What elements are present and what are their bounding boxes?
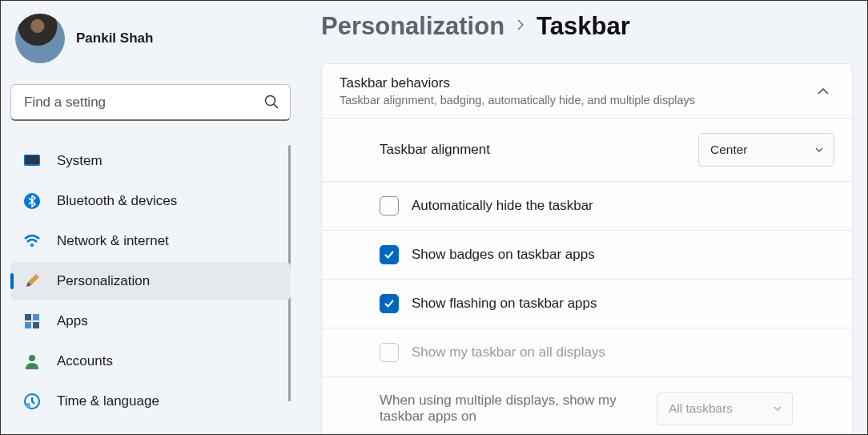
dropdown-value: Center	[710, 143, 748, 157]
card-header[interactable]: Taskbar behaviors Taskbar alignment, bad…	[322, 64, 852, 119]
nav-label: Network & internet	[57, 233, 169, 249]
apps-icon	[23, 312, 41, 330]
card-title: Taskbar behaviors	[340, 75, 695, 91]
search-container	[10, 84, 291, 121]
svg-point-12	[26, 403, 30, 408]
sidebar-item-apps[interactable]: Apps	[10, 302, 291, 340]
row-label: Show badges on taskbar apps	[412, 247, 834, 263]
chevron-up-icon	[812, 80, 834, 103]
nav-label: Apps	[57, 313, 88, 329]
checkbox-checked[interactable]	[380, 294, 399, 313]
row-multi-display: When using multiple displays, show my ta…	[322, 377, 852, 435]
svg-rect-6	[25, 314, 31, 320]
sidebar-item-system[interactable]: System	[10, 142, 291, 180]
checkbox-checked[interactable]	[380, 245, 399, 264]
clock-icon	[23, 393, 41, 410]
wifi-icon	[23, 232, 41, 250]
svg-point-0	[266, 96, 275, 106]
svg-rect-9	[33, 322, 39, 328]
monitor-icon	[23, 152, 41, 170]
sidebar-item-network[interactable]: Network & internet	[10, 222, 291, 260]
search-input[interactable]	[10, 84, 291, 121]
svg-rect-7	[33, 314, 39, 320]
row-autohide[interactable]: Automatically hide the taskbar	[322, 182, 852, 231]
avatar	[15, 14, 65, 63]
nav-label: Bluetooth & devices	[57, 193, 177, 209]
main-content: Personalization Taskbar Taskbar behavior…	[303, 1, 867, 434]
multi-display-dropdown: All taskbars	[657, 392, 793, 425]
alignment-dropdown[interactable]: Center	[698, 133, 834, 167]
user-name: Pankil Shah	[76, 30, 153, 46]
chevron-down-icon	[773, 405, 782, 412]
checkbox-disabled	[380, 343, 399, 362]
paintbrush-icon	[23, 272, 41, 290]
nav-label: Time & language	[57, 393, 159, 409]
row-label: Automatically hide the taskbar	[412, 198, 834, 214]
row-label: Show flashing on taskbar apps	[412, 296, 834, 312]
checkbox-unchecked[interactable]	[380, 196, 399, 215]
check-icon	[384, 250, 395, 260]
card-subtitle: Taskbar alignment, badging, automaticall…	[340, 94, 695, 107]
taskbar-behaviors-card: Taskbar behaviors Taskbar alignment, bad…	[321, 63, 853, 435]
row-badges[interactable]: Show badges on taskbar apps	[322, 231, 852, 280]
search-icon	[263, 94, 279, 113]
row-label: Taskbar alignment	[380, 142, 685, 158]
sidebar-item-personalization[interactable]: Personalization	[10, 262, 291, 300]
svg-point-10	[29, 355, 35, 361]
row-label: Show my taskbar on all displays	[412, 344, 834, 360]
nav-label: System	[57, 153, 102, 169]
breadcrumb: Personalization Taskbar	[321, 12, 853, 41]
breadcrumb-parent[interactable]: Personalization	[321, 12, 504, 41]
nav-list: System Bluetooth & devices Network & int…	[10, 142, 291, 421]
user-profile[interactable]: Pankil Shah	[10, 10, 291, 70]
svg-point-5	[30, 244, 34, 247]
nav-label: Accounts	[57, 353, 113, 369]
sidebar-item-bluetooth[interactable]: Bluetooth & devices	[10, 182, 291, 220]
chevron-right-icon	[516, 18, 525, 36]
sidebar-item-accounts[interactable]: Accounts	[10, 342, 291, 381]
svg-line-1	[274, 104, 278, 108]
check-icon	[384, 299, 395, 308]
row-flashing[interactable]: Show flashing on taskbar apps	[322, 280, 852, 328]
bluetooth-icon	[23, 192, 41, 210]
row-all-displays: Show my taskbar on all displays	[322, 328, 852, 377]
dropdown-value: All taskbars	[669, 401, 733, 416]
sidebar-item-time[interactable]: Time & language	[10, 382, 291, 421]
person-icon	[23, 352, 41, 370]
svg-rect-8	[25, 322, 31, 328]
chevron-down-icon	[814, 147, 824, 153]
nav-label: Personalization	[57, 273, 150, 289]
svg-rect-3	[25, 155, 39, 164]
row-label: When using multiple displays, show my ta…	[380, 393, 644, 425]
sidebar: Pankil Shah System Bluetooth & devices N…	[1, 1, 303, 434]
row-alignment: Taskbar alignment Center	[322, 119, 852, 182]
page-title: Taskbar	[536, 12, 630, 41]
